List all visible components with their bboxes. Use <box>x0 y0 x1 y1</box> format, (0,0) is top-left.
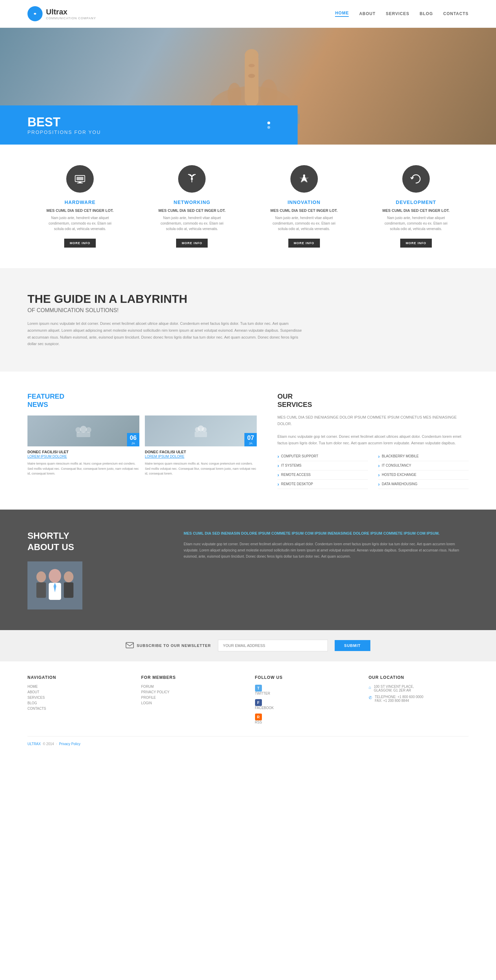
svg-rect-25 <box>195 432 207 437</box>
news-card-2-image: 07 JA <box>145 415 257 446</box>
svg-rect-32 <box>64 582 73 598</box>
svg-point-20 <box>86 427 91 433</box>
newsletter-section: SUBSCRIBE TO OUR NEWSLETTER SUBMIT <box>0 630 496 661</box>
footer-nav-services[interactable]: SERVICES <box>27 696 127 700</box>
logo-text: Ultrax Communication Company <box>46 8 96 20</box>
hero-title: BEST <box>27 115 101 129</box>
feature-innovation-title: INNOVATION <box>270 199 339 205</box>
services-column: OURSERVICES MES CUML DIA SED INENIASINGE… <box>277 392 469 488</box>
service-item: IT CONSULTANCY <box>378 461 469 471</box>
logo-subtitle: Communication Company <box>46 16 96 20</box>
svg-point-29 <box>37 571 46 582</box>
nav-blog[interactable]: BLOG <box>420 11 433 16</box>
mail-icon <box>126 642 134 649</box>
footer-facebook-link[interactable]: f Facebook <box>255 699 355 710</box>
footer-twitter-link[interactable]: t Twitter <box>255 685 355 695</box>
news-card-2: 07 JA DONEC FACILISI ULET LOREM IPSUM DO… <box>145 415 257 476</box>
news-card-2-link[interactable]: LOREM IPSUM DOLORE <box>145 455 257 458</box>
footer-social-links: t Twitter f Facebook R RSS <box>255 685 355 726</box>
svg-point-23 <box>195 427 200 432</box>
footer-phone: ✆ TELEPHONE: +1 800 600 0000FAX: +1 200 … <box>369 695 469 703</box>
news-card-1-link[interactable]: LOREM IPSUM DOLORE <box>27 455 139 458</box>
footer-members-profile[interactable]: PROFILE <box>141 696 241 700</box>
nav-services[interactable]: SERVICES <box>386 11 409 16</box>
service-item: DATA WAREHOUSING <box>378 480 469 489</box>
services-lists: COMPUTER SUPPORT IT SYSTEMS REMOTE ACCES… <box>277 452 469 489</box>
hero-dot-2[interactable] <box>267 126 270 129</box>
news-card-1: 06 JA DONEC FACILISI ULET LOREM IPSUM DO… <box>27 415 139 476</box>
labyrinth-subtitle: OF COMMUNICATION SOLUTIONS! <box>27 307 469 313</box>
hardware-icon-circle <box>66 165 94 192</box>
feature-networking-desc: Nam justo ante, hendrerit vitae aliquet … <box>157 215 226 232</box>
news-card-1-title: DONEC FACILISI ULET <box>27 450 139 454</box>
footer-copyright-year: © 2014 <box>43 742 54 746</box>
svg-point-18 <box>80 426 87 433</box>
svg-point-1 <box>34 13 36 15</box>
newsletter-submit-button[interactable]: SUBMIT <box>335 640 370 651</box>
feature-development-title: DEVELOPMENT <box>382 199 450 205</box>
footer-nav-home[interactable]: HOME <box>27 685 127 689</box>
footer-brand-link[interactable]: ULTRAX <box>27 742 41 746</box>
svg-point-31 <box>64 571 73 582</box>
services-list-left: COMPUTER SUPPORT IT SYSTEMS REMOTE ACCES… <box>277 452 367 489</box>
footer-rss-link[interactable]: R RSS <box>255 714 355 724</box>
news-card-1-date: 06 JA <box>127 433 139 446</box>
newsletter-email-input[interactable] <box>218 640 328 651</box>
footer-members-title: FOR MEMBERS <box>141 675 241 680</box>
svg-rect-12 <box>76 177 83 180</box>
news-cards: 06 JA DONEC FACILISI ULET LOREM IPSUM DO… <box>27 415 257 476</box>
nav-about[interactable]: ABOUT <box>359 11 375 16</box>
svg-point-24 <box>202 427 207 432</box>
services-desc: MES CUML DIA SED INENIASINGE DOLOR IPSUM… <box>277 414 469 446</box>
hero-subtitle: PROPOSITIONS FOR YOU <box>27 129 101 135</box>
rss-icon: R <box>255 714 262 721</box>
service-item: REMOTE DESKTOP <box>277 480 367 489</box>
networking-more-info-button[interactable]: MORE INFO <box>176 239 208 248</box>
footer-columns: NAVIGATION HOME ABOUT SERVICES BLOG CONT… <box>27 675 469 726</box>
footer: NAVIGATION HOME ABOUT SERVICES BLOG CONT… <box>0 661 496 752</box>
footer-follow-title: FOLLOW US <box>255 675 355 680</box>
logo-icon <box>27 6 43 21</box>
feature-hardware-desc: Nam justo ante, hendrerit vitae aliquet … <box>46 215 114 232</box>
feature-development: DEVELOPMENT MES CUML DIA SED CET INGER L… <box>382 165 450 248</box>
features-section: HARDWARE MES CUML DIA SED CET INGER LOT.… <box>0 145 496 268</box>
facebook-icon: f <box>255 699 262 706</box>
news-card-2-title: DONEC FACILISI ULET <box>145 450 257 454</box>
labyrinth-title: THE GUIDE IN A LABYRINTH <box>27 292 469 305</box>
newsletter-label: SUBSCRIBE TO OUR NEWSLETTER <box>126 642 211 649</box>
footer-nav-contacts[interactable]: CONTACTS <box>27 707 127 710</box>
news-services-section: FEATUREDNEWS 06 JA <box>0 372 496 509</box>
feature-networking: NETWORKING MES CUML DIA SED CET INGER LO… <box>157 165 226 248</box>
hero-section: BEST PROPOSITIONS FOR YOU <box>0 28 496 145</box>
footer-nav-about[interactable]: ABOUT <box>27 690 127 694</box>
hero-dot-1[interactable] <box>267 122 270 124</box>
about-text-column: SHORTLYABOUT US <box>27 530 170 610</box>
about-content: MES CUML DIA SED INENIASIN DOLORE IPSUM … <box>184 530 469 560</box>
feature-innovation: INNOVATION MES CUML DIA SED CET INGER LO… <box>270 165 339 248</box>
footer-follow: FOLLOW US t Twitter f Facebook R RSS <box>255 675 355 726</box>
nav-home[interactable]: HOME <box>335 11 349 17</box>
hero-overlay: BEST PROPOSITIONS FOR YOU <box>0 105 297 145</box>
footer-members-privacy[interactable]: PRIVACY POLICY <box>141 690 241 694</box>
feature-hardware-subtitle: MES CUML DIA SED CET INGER LOT. <box>46 208 114 213</box>
networking-icon-circle <box>178 165 206 192</box>
svg-rect-34 <box>126 643 134 648</box>
innovation-more-info-button[interactable]: MORE INFO <box>288 239 320 248</box>
footer-members-login[interactable]: LOGIN <box>141 701 241 705</box>
svg-point-27 <box>49 569 61 583</box>
footer-privacy-link[interactable]: Privacy Policy <box>59 742 80 746</box>
home-icon: ⌂ <box>369 685 371 690</box>
twitter-icon: t <box>255 685 262 692</box>
nav-contacts[interactable]: CONTACTS <box>443 11 469 16</box>
hardware-more-info-button[interactable]: MORE INFO <box>64 239 96 248</box>
footer-navigation: NAVIGATION HOME ABOUT SERVICES BLOG CONT… <box>27 675 127 726</box>
feature-development-desc: Nam justo ante, hendrerit vitae aliquet … <box>382 215 450 232</box>
development-more-info-button[interactable]: MORE INFO <box>400 239 432 248</box>
footer-members-forum[interactable]: FORUM <box>141 685 241 689</box>
about-image <box>27 562 83 609</box>
services-heading: OURSERVICES <box>277 392 469 409</box>
feature-innovation-subtitle: MES CUML DIA SED CET INGER LOT. <box>270 208 339 213</box>
feature-hardware: HARDWARE MES CUML DIA SED CET INGER LOT.… <box>46 165 114 248</box>
svg-point-17 <box>303 175 305 177</box>
footer-nav-blog[interactable]: BLOG <box>27 701 127 705</box>
